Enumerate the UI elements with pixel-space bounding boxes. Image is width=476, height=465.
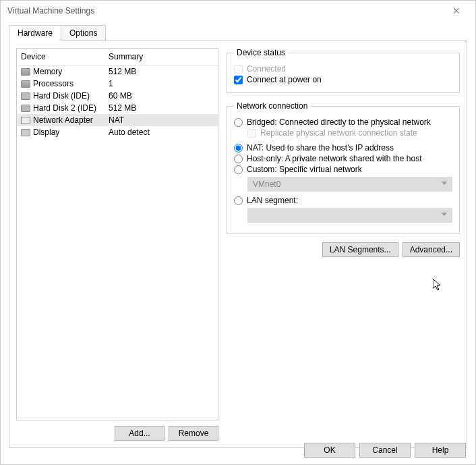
chevron-down-icon bbox=[442, 213, 447, 216]
chip-icon bbox=[21, 80, 30, 88]
custom-label: Custom: Specific virtual network bbox=[247, 165, 362, 174]
device-row[interactable]: Hard Disk 2 (IDE)512 MB bbox=[17, 102, 218, 114]
device-status-legend: Device status bbox=[234, 48, 288, 57]
device-summary: NAT bbox=[109, 115, 124, 125]
replicate-checkbox bbox=[247, 129, 256, 138]
device-row[interactable]: DisplayAuto detect bbox=[17, 126, 218, 138]
device-summary: 1 bbox=[109, 79, 113, 88]
device-name: Memory bbox=[33, 67, 62, 76]
chip-icon bbox=[21, 68, 30, 76]
right-column: Device status Connected Connect at power… bbox=[227, 48, 460, 441]
custom-network-dropdown: VMnet0 bbox=[247, 177, 452, 192]
device-summary: 60 MB bbox=[109, 91, 132, 101]
dialog-footer: OK Cancel Help bbox=[304, 443, 466, 458]
lan-segment-dropdown bbox=[247, 208, 452, 223]
connect-on-power-checkbox[interactable] bbox=[234, 76, 243, 84]
close-icon[interactable]: ✕ bbox=[443, 5, 470, 16]
tab-hardware[interactable]: Hardware bbox=[9, 25, 61, 41]
hardware-panel: Device Summary Memory512 MBProcessors1Ha… bbox=[9, 40, 467, 448]
connected-label: Connected bbox=[247, 64, 286, 74]
lan-segment-label: LAN segment: bbox=[247, 196, 298, 205]
lan-segment-radio[interactable] bbox=[234, 196, 243, 205]
help-button[interactable]: Help bbox=[415, 443, 466, 458]
device-status-group: Device status Connected Connect at power… bbox=[227, 48, 460, 93]
device-row[interactable]: Network AdapterNAT bbox=[17, 114, 218, 126]
device-row[interactable]: Memory512 MB bbox=[17, 65, 218, 78]
nat-label: NAT: Used to share the host's IP address bbox=[247, 143, 394, 153]
tab-hardware-label: Hardware bbox=[18, 28, 53, 38]
header-device[interactable]: Device bbox=[17, 49, 105, 65]
ok-button[interactable]: OK bbox=[304, 443, 355, 458]
titlebar: Virtual Machine Settings ✕ bbox=[1, 1, 475, 21]
advanced-button[interactable]: Advanced... bbox=[403, 242, 460, 257]
tab-options[interactable]: Options bbox=[61, 25, 106, 41]
net-icon bbox=[21, 117, 30, 124]
device-summary: 512 MB bbox=[109, 103, 136, 113]
connected-checkbox bbox=[234, 65, 243, 74]
host-only-label: Host-only: A private network shared with… bbox=[247, 154, 421, 163]
bridged-radio[interactable] bbox=[234, 118, 243, 127]
disk-icon bbox=[21, 105, 30, 112]
device-name: Processors bbox=[33, 79, 73, 88]
lan-segments-button[interactable]: LAN Segments... bbox=[322, 242, 398, 257]
network-connection-group: Network connection Bridged: Connected di… bbox=[227, 101, 460, 234]
device-name: Network Adapter bbox=[33, 115, 93, 125]
vm-settings-window: Virtual Machine Settings ✕ Hardware Opti… bbox=[0, 0, 476, 465]
custom-network-value: VMnet0 bbox=[253, 180, 280, 189]
bridged-label: Bridged: Connected directly to the physi… bbox=[247, 117, 431, 127]
tab-options-label: Options bbox=[69, 28, 97, 38]
host-only-radio[interactable] bbox=[234, 155, 243, 163]
device-row[interactable]: Processors1 bbox=[17, 78, 218, 90]
replicate-label: Replicate physical network connection st… bbox=[260, 128, 417, 138]
window-title: Virtual Machine Settings bbox=[7, 6, 94, 16]
chevron-down-icon bbox=[442, 182, 447, 185]
device-list-header: Device Summary bbox=[17, 49, 218, 65]
tab-strip: Hardware Options bbox=[9, 25, 475, 41]
network-connection-legend: Network connection bbox=[234, 101, 310, 111]
cancel-button[interactable]: Cancel bbox=[359, 443, 411, 458]
connect-on-power-label: Connect at power on bbox=[247, 75, 322, 84]
display-icon bbox=[21, 129, 30, 136]
custom-radio[interactable] bbox=[234, 165, 243, 174]
add-button[interactable]: Add... bbox=[115, 426, 165, 441]
device-list: Device Summary Memory512 MBProcessors1Ha… bbox=[16, 48, 218, 420]
left-column: Device Summary Memory512 MBProcessors1Ha… bbox=[16, 48, 218, 441]
nat-radio[interactable] bbox=[234, 144, 243, 153]
header-summary[interactable]: Summary bbox=[105, 49, 218, 65]
device-name: Hard Disk (IDE) bbox=[33, 91, 90, 101]
device-summary: Auto detect bbox=[109, 128, 150, 137]
remove-button[interactable]: Remove bbox=[169, 426, 218, 441]
device-name: Display bbox=[33, 128, 59, 137]
disk-icon bbox=[21, 92, 30, 100]
device-row[interactable]: Hard Disk (IDE)60 MB bbox=[17, 90, 218, 102]
device-summary: 512 MB bbox=[109, 67, 136, 76]
device-name: Hard Disk 2 (IDE) bbox=[33, 103, 96, 113]
